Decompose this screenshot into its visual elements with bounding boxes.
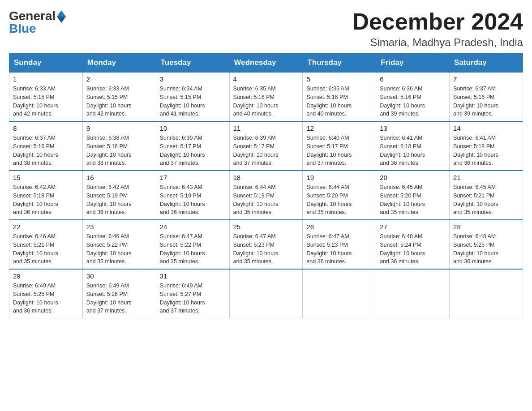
- day-number: 17: [160, 174, 226, 181]
- calendar-cell: 30 Sunrise: 6:49 AM Sunset: 5:26 PM Dayl…: [82, 269, 156, 318]
- calendar-body: 1 Sunrise: 6:33 AM Sunset: 5:15 PM Dayli…: [9, 72, 523, 318]
- day-info: Sunrise: 6:47 AM Sunset: 5:23 PM Dayligh…: [306, 232, 372, 266]
- calendar-table: SundayMondayTuesdayWednesdayThursdayFrid…: [9, 53, 523, 318]
- weekday-header-thursday: Thursday: [303, 54, 376, 73]
- day-number: 1: [13, 75, 79, 83]
- page-header: General Blue December 2024 Simaria, Madh…: [9, 9, 523, 49]
- calendar-cell: 21 Sunrise: 6:45 AM Sunset: 5:21 PM Dayl…: [450, 171, 523, 220]
- day-info: Sunrise: 6:37 AM Sunset: 5:16 PM Dayligh…: [13, 134, 79, 167]
- day-info: Sunrise: 6:42 AM Sunset: 5:18 PM Dayligh…: [13, 183, 79, 217]
- day-info: Sunrise: 6:36 AM Sunset: 5:16 PM Dayligh…: [380, 85, 446, 118]
- day-number: 15: [13, 174, 79, 181]
- calendar-cell: 24 Sunrise: 6:47 AM Sunset: 5:22 PM Dayl…: [156, 220, 229, 269]
- calendar-cell: [450, 269, 523, 318]
- calendar-cell: 14 Sunrise: 6:41 AM Sunset: 5:18 PM Dayl…: [450, 121, 523, 171]
- calendar-cell: 4 Sunrise: 6:35 AM Sunset: 5:16 PM Dayli…: [229, 72, 303, 121]
- calendar-cell: 20 Sunrise: 6:45 AM Sunset: 5:20 PM Dayl…: [376, 171, 450, 220]
- calendar-cell: 16 Sunrise: 6:42 AM Sunset: 5:19 PM Dayl…: [82, 171, 156, 220]
- day-number: 18: [233, 174, 299, 181]
- logo-arrow-top: [57, 10, 66, 17]
- calendar-week-row-1: 1 Sunrise: 6:33 AM Sunset: 5:15 PM Dayli…: [9, 72, 523, 121]
- title-block: December 2024 Simaria, Madhya Pradesh, I…: [352, 9, 523, 49]
- weekday-header-tuesday: Tuesday: [156, 54, 229, 73]
- calendar-cell: 29 Sunrise: 6:49 AM Sunset: 5:25 PM Dayl…: [9, 269, 83, 318]
- calendar-cell: 28 Sunrise: 6:48 AM Sunset: 5:25 PM Dayl…: [450, 220, 523, 269]
- calendar-cell: 19 Sunrise: 6:44 AM Sunset: 5:20 PM Dayl…: [303, 171, 376, 220]
- day-info: Sunrise: 6:49 AM Sunset: 5:26 PM Dayligh…: [86, 282, 152, 315]
- day-info: Sunrise: 6:40 AM Sunset: 5:17 PM Dayligh…: [306, 134, 372, 167]
- calendar-cell: 12 Sunrise: 6:40 AM Sunset: 5:17 PM Dayl…: [303, 121, 376, 171]
- day-number: 20: [380, 174, 446, 181]
- day-number: 21: [453, 174, 519, 181]
- day-number: 3: [160, 75, 226, 83]
- calendar-cell: 13 Sunrise: 6:41 AM Sunset: 5:18 PM Dayl…: [376, 121, 450, 171]
- weekday-header-wednesday: Wednesday: [229, 54, 303, 73]
- calendar-cell: 1 Sunrise: 6:33 AM Sunset: 5:15 PM Dayli…: [9, 72, 83, 121]
- calendar-cell: 22 Sunrise: 6:46 AM Sunset: 5:21 PM Dayl…: [9, 220, 83, 269]
- day-number: 19: [306, 174, 372, 181]
- calendar-week-row-2: 8 Sunrise: 6:37 AM Sunset: 5:16 PM Dayli…: [9, 121, 523, 171]
- weekday-header-monday: Monday: [82, 54, 156, 73]
- calendar-cell: [229, 269, 303, 318]
- day-info: Sunrise: 6:39 AM Sunset: 5:17 PM Dayligh…: [160, 134, 226, 167]
- calendar-week-row-5: 29 Sunrise: 6:49 AM Sunset: 5:25 PM Dayl…: [9, 269, 523, 318]
- weekday-header-sunday: Sunday: [9, 54, 83, 73]
- calendar-cell: 8 Sunrise: 6:37 AM Sunset: 5:16 PM Dayli…: [9, 121, 83, 171]
- day-info: Sunrise: 6:47 AM Sunset: 5:22 PM Dayligh…: [160, 232, 226, 266]
- calendar-cell: 7 Sunrise: 6:37 AM Sunset: 5:16 PM Dayli…: [450, 72, 523, 121]
- day-info: Sunrise: 6:35 AM Sunset: 5:16 PM Dayligh…: [233, 85, 299, 118]
- logo: General Blue: [9, 9, 66, 36]
- day-number: 4: [233, 75, 299, 83]
- day-info: Sunrise: 6:43 AM Sunset: 5:19 PM Dayligh…: [160, 183, 226, 217]
- day-number: 23: [86, 223, 152, 231]
- logo-icon: [57, 10, 66, 23]
- day-number: 7: [453, 75, 519, 83]
- calendar-cell: 6 Sunrise: 6:36 AM Sunset: 5:16 PM Dayli…: [376, 72, 450, 121]
- day-number: 24: [160, 223, 226, 231]
- day-info: Sunrise: 6:33 AM Sunset: 5:15 PM Dayligh…: [13, 85, 79, 118]
- calendar-cell: 26 Sunrise: 6:47 AM Sunset: 5:23 PM Dayl…: [303, 220, 376, 269]
- weekday-header-row: SundayMondayTuesdayWednesdayThursdayFrid…: [9, 54, 523, 73]
- day-info: Sunrise: 6:48 AM Sunset: 5:25 PM Dayligh…: [453, 232, 519, 266]
- day-number: 6: [380, 75, 446, 83]
- calendar-cell: 2 Sunrise: 6:33 AM Sunset: 5:15 PM Dayli…: [82, 72, 156, 121]
- calendar-cell: 27 Sunrise: 6:48 AM Sunset: 5:24 PM Dayl…: [376, 220, 450, 269]
- day-info: Sunrise: 6:46 AM Sunset: 5:22 PM Dayligh…: [86, 232, 152, 266]
- day-info: Sunrise: 6:33 AM Sunset: 5:15 PM Dayligh…: [86, 85, 152, 118]
- day-number: 10: [160, 124, 226, 132]
- calendar-cell: 17 Sunrise: 6:43 AM Sunset: 5:19 PM Dayl…: [156, 171, 229, 220]
- day-info: Sunrise: 6:46 AM Sunset: 5:21 PM Dayligh…: [13, 232, 79, 266]
- day-info: Sunrise: 6:38 AM Sunset: 5:16 PM Dayligh…: [86, 134, 152, 167]
- day-info: Sunrise: 6:42 AM Sunset: 5:19 PM Dayligh…: [86, 183, 152, 217]
- day-info: Sunrise: 6:34 AM Sunset: 5:15 PM Dayligh…: [160, 85, 226, 118]
- calendar-title: December 2024: [352, 9, 523, 34]
- day-number: 28: [453, 223, 519, 231]
- day-info: Sunrise: 6:39 AM Sunset: 5:17 PM Dayligh…: [233, 134, 299, 167]
- calendar-week-row-3: 15 Sunrise: 6:42 AM Sunset: 5:18 PM Dayl…: [9, 171, 523, 220]
- day-info: Sunrise: 6:49 AM Sunset: 5:27 PM Dayligh…: [160, 282, 226, 315]
- day-info: Sunrise: 6:41 AM Sunset: 5:18 PM Dayligh…: [380, 134, 446, 167]
- day-number: 13: [380, 124, 446, 132]
- day-info: Sunrise: 6:45 AM Sunset: 5:21 PM Dayligh…: [453, 183, 519, 217]
- calendar-cell: 10 Sunrise: 6:39 AM Sunset: 5:17 PM Dayl…: [156, 121, 229, 171]
- weekday-header-friday: Friday: [376, 54, 450, 73]
- calendar-cell: 23 Sunrise: 6:46 AM Sunset: 5:22 PM Dayl…: [82, 220, 156, 269]
- day-info: Sunrise: 6:37 AM Sunset: 5:16 PM Dayligh…: [453, 85, 519, 118]
- day-info: Sunrise: 6:45 AM Sunset: 5:20 PM Dayligh…: [380, 183, 446, 217]
- calendar-cell: [303, 269, 376, 318]
- day-number: 9: [86, 124, 152, 132]
- day-info: Sunrise: 6:47 AM Sunset: 5:23 PM Dayligh…: [233, 232, 299, 266]
- calendar-cell: 9 Sunrise: 6:38 AM Sunset: 5:16 PM Dayli…: [82, 121, 156, 171]
- calendar-cell: 18 Sunrise: 6:44 AM Sunset: 5:19 PM Dayl…: [229, 171, 303, 220]
- day-info: Sunrise: 6:48 AM Sunset: 5:24 PM Dayligh…: [380, 232, 446, 266]
- calendar-cell: 11 Sunrise: 6:39 AM Sunset: 5:17 PM Dayl…: [229, 121, 303, 171]
- calendar-week-row-4: 22 Sunrise: 6:46 AM Sunset: 5:21 PM Dayl…: [9, 220, 523, 269]
- calendar-cell: 31 Sunrise: 6:49 AM Sunset: 5:27 PM Dayl…: [156, 269, 229, 318]
- day-number: 30: [86, 272, 152, 280]
- day-number: 27: [380, 223, 446, 231]
- logo-arrow-bottom: [57, 17, 66, 23]
- calendar-cell: 5 Sunrise: 6:35 AM Sunset: 5:16 PM Dayli…: [303, 72, 376, 121]
- calendar-cell: 15 Sunrise: 6:42 AM Sunset: 5:18 PM Dayl…: [9, 171, 83, 220]
- weekday-header-saturday: Saturday: [450, 54, 523, 73]
- day-number: 29: [13, 272, 79, 280]
